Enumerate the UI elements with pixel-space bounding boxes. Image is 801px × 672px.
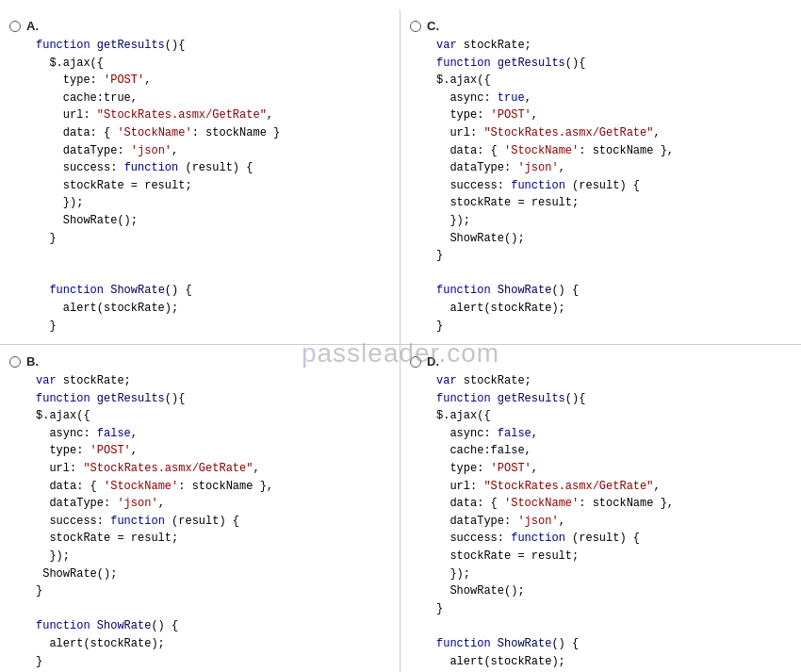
option-a-quadrant: A. function getResults(){ $.ajax({ type:… [0, 9, 400, 345]
letter-a: A. [26, 19, 39, 33]
code-d: var stockRate; function getResults(){ $.… [436, 372, 787, 672]
option-a-label[interactable]: A. [9, 19, 385, 33]
radio-b[interactable] [9, 356, 21, 368]
option-b-quadrant: B. var stockRate; function getResults(){… [0, 345, 400, 672]
option-c-quadrant: C. var stockRate; function getResults(){… [400, 9, 801, 345]
code-c: var stockRate; function getResults(){ $.… [436, 37, 787, 335]
option-c-label[interactable]: C. [410, 19, 787, 33]
radio-c[interactable] [410, 21, 421, 32]
quiz-page: A. function getResults(){ $.ajax({ type:… [0, 0, 801, 672]
letter-c: C. [427, 19, 439, 33]
code-a: function getResults(){ $.ajax({ type: 'P… [36, 37, 385, 335]
letter-b: B. [26, 354, 39, 369]
option-b-label[interactable]: B. [9, 354, 385, 369]
code-b: var stockRate; function getResults(){ $.… [36, 372, 385, 670]
option-d-quadrant: D. var stockRate; function getResults(){… [400, 345, 801, 672]
radio-a[interactable] [9, 21, 21, 32]
option-d-label[interactable]: D. [410, 354, 787, 369]
radio-d[interactable] [410, 356, 421, 368]
letter-d: D. [427, 354, 439, 369]
